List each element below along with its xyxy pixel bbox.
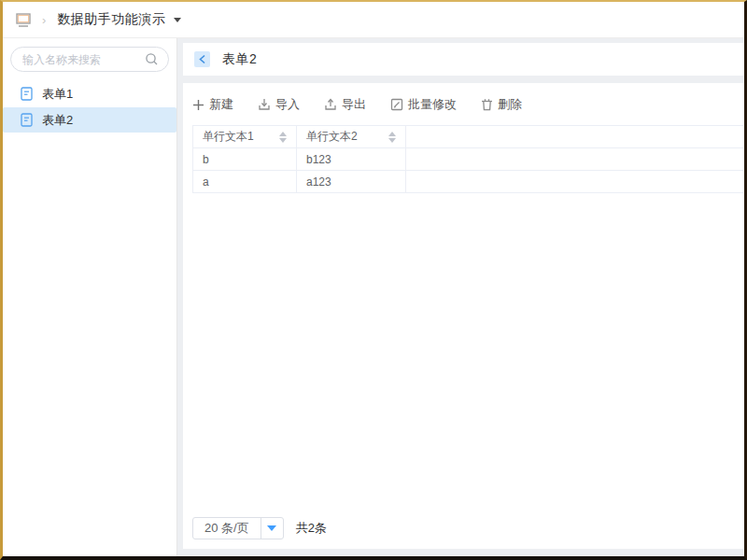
select-caret-zone[interactable] (261, 518, 283, 539)
sidebar-item-label: 表单2 (42, 112, 73, 129)
trash-icon (481, 98, 493, 111)
sidebar-item-label: 表单1 (42, 86, 73, 103)
delete-button[interactable]: 删除 (481, 96, 522, 113)
table-row[interactable]: b b123 (193, 148, 744, 171)
breadcrumb-chevron-icon: › (42, 13, 46, 27)
column-header-empty (406, 126, 744, 148)
import-icon (258, 98, 271, 111)
table-header-row: 单行文本1 单行文本2 (193, 126, 744, 148)
content-card: 新建 导入 (183, 83, 744, 549)
column-header-text2[interactable]: 单行文本2 (297, 126, 406, 148)
column-header-text1[interactable]: 单行文本1 (193, 126, 297, 148)
panel-gap (183, 76, 744, 83)
top-bar: › 数据助手功能演示 (3, 2, 744, 38)
import-button[interactable]: 导入 (258, 96, 300, 113)
document-icon (21, 87, 33, 101)
search-box (10, 47, 169, 72)
main-area: 表单2 新建 (177, 38, 744, 556)
table-cell (406, 148, 744, 171)
batch-edit-button[interactable]: 批量修改 (390, 96, 457, 113)
back-button[interactable] (194, 51, 210, 67)
pagination: 20 条/页 共2条 (192, 517, 744, 539)
app-window: › 数据助手功能演示 表单1 (0, 0, 747, 560)
search-input[interactable] (22, 53, 145, 66)
new-button[interactable]: 新建 (192, 96, 233, 113)
table-cell (406, 171, 744, 193)
sidebar-item-form2[interactable]: 表单2 (3, 107, 176, 133)
toolbar-label: 导入 (275, 96, 300, 113)
column-header-label: 单行文本2 (306, 129, 358, 145)
page-size-select[interactable]: 20 条/页 (192, 517, 284, 539)
sidebar: 表单1 表单2 (3, 38, 177, 556)
chevron-left-icon (198, 54, 206, 64)
panel-title: 表单2 (222, 51, 257, 68)
total-count-label: 共2条 (296, 520, 327, 537)
toolbar-label: 新建 (209, 96, 233, 113)
export-icon (324, 98, 337, 111)
column-header-label: 单行文本1 (203, 129, 254, 145)
data-table: 单行文本1 单行文本2 (192, 125, 743, 193)
toolbar-label: 批量修改 (408, 96, 457, 113)
sort-caret-icon[interactable] (279, 132, 287, 143)
toolbar: 新建 导入 (192, 93, 744, 116)
sort-caret-icon[interactable] (388, 132, 396, 143)
table-cell: b123 (297, 148, 406, 171)
chevron-down-icon (267, 525, 276, 531)
table-cell: a (193, 171, 297, 193)
panel-header: 表单2 (183, 43, 744, 76)
export-button[interactable]: 导出 (324, 96, 366, 113)
document-icon (21, 113, 33, 127)
empty-space (192, 193, 744, 517)
title-dropdown-caret-icon[interactable] (174, 18, 181, 22)
page-size-value: 20 条/页 (193, 518, 261, 539)
table-cell: b (193, 148, 297, 171)
edit-icon (390, 98, 403, 111)
toolbar-label: 导出 (342, 96, 366, 113)
app-title[interactable]: 数据助手功能演示 (57, 11, 165, 28)
table-cell: a123 (297, 171, 406, 193)
sidebar-item-form1[interactable]: 表单1 (3, 81, 176, 106)
plus-icon (192, 99, 204, 111)
toolbar-label: 删除 (498, 96, 522, 113)
table-row[interactable]: a a123 (193, 171, 744, 193)
search-icon[interactable] (145, 52, 159, 66)
monitor-icon[interactable] (14, 12, 33, 28)
